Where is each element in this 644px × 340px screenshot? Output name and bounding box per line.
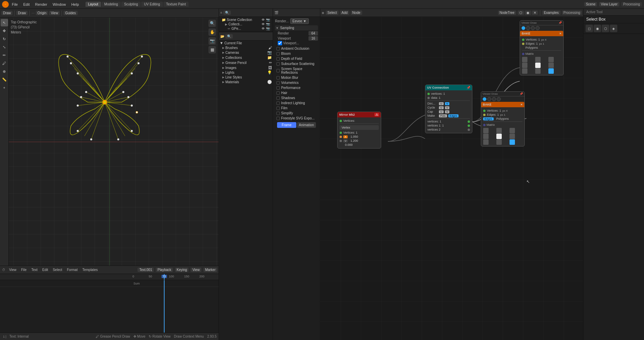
tl-edit[interactable]: Edit [41, 268, 50, 272]
uv-cap-u[interactable]: U [439, 110, 444, 113]
vd1-icon-eye[interactable] [521, 26, 525, 30]
viewport-samples-val[interactable]: 16 [308, 36, 318, 41]
tl-templates[interactable]: Templates [81, 268, 100, 272]
vd2-icon-eye[interactable] [482, 97, 487, 101]
hair-toggle[interactable] [276, 91, 280, 95]
guides-selector[interactable]: Guides [64, 11, 78, 15]
node-canvas[interactable]: Mirror Mk2 ⚠ Vertices: Vertex Vertices: … [320, 17, 583, 340]
effect-freestyle[interactable]: Freestyle SVG Expo... [275, 116, 318, 121]
tl-view[interactable]: View [7, 268, 18, 272]
nav-grid[interactable]: ▦ [208, 46, 216, 53]
effect-performance[interactable]: Performance [275, 85, 318, 90]
atp-icon-hex[interactable]: ⬡ [602, 25, 609, 32]
sampling-header[interactable]: ▼ Sampling [275, 25, 318, 30]
tl-object-name[interactable]: Text.001 [138, 268, 154, 272]
viewport-view[interactable]: View [49, 11, 60, 15]
tl-view-btn[interactable]: View [191, 268, 201, 272]
sss-toggle[interactable] [276, 62, 280, 66]
outliner-search[interactable]: 🔍 [223, 10, 231, 15]
tl-format[interactable]: Format [65, 268, 79, 272]
tool-transform[interactable]: ⊕ [1, 68, 8, 75]
sc-gpe-cam[interactable]: 📷 [266, 27, 270, 30]
vd2-icon-4[interactable] [497, 97, 501, 101]
file-cameras[interactable]: ▶ Cameras 📷 [219, 50, 273, 55]
view-layer-selector[interactable]: View Layer [599, 2, 619, 6]
vol-toggle[interactable] [276, 81, 280, 85]
tl-keying[interactable]: Keying [175, 268, 189, 272]
effect-ambient-occlusion[interactable]: Ambient Occlusion [275, 46, 318, 51]
vd2-icon-2[interactable] [487, 97, 491, 101]
ssr-toggle[interactable] [276, 69, 280, 72]
nav-camera[interactable]: 📷 [208, 37, 216, 45]
effect-motion-blur[interactable]: Motion Blur [275, 75, 318, 80]
menu-edit[interactable]: Edit [21, 2, 32, 7]
tl-text[interactable]: Text [30, 268, 39, 272]
nav-zoom[interactable]: 🔍 [208, 20, 216, 27]
render-samples-val[interactable]: 64 [308, 31, 318, 36]
uv-make-edges[interactable]: Edges [448, 114, 459, 117]
uv-make-pols[interactable]: Pols [439, 114, 447, 117]
viewer-draw-node-1[interactable]: Viewer Draw 📌 BAKE ✕ Vertices: 1 [520, 20, 564, 75]
tool-cursor[interactable]: ↖ [1, 19, 8, 26]
film-toggle[interactable] [276, 107, 280, 110]
node-toolbar-node[interactable]: Node [351, 10, 362, 15]
shading-selector[interactable] [31, 13, 35, 14]
tool-scale[interactable]: ⤡ [1, 43, 8, 51]
tool-annotate[interactable]: 🖊 [1, 60, 8, 67]
viewport-canvas[interactable]: ↖ ✥ ↻ ⤡ ✏ 🖊 ⊕ 📏 + Top Orthographic (73) … [0, 18, 219, 266]
nav-hand[interactable]: ✋ [208, 28, 216, 36]
tl-file[interactable]: File [20, 268, 28, 272]
vd2-close[interactable]: ✕ [520, 103, 523, 106]
sc-gpe-item[interactable]: ✏ GPe... 👁 📷 [221, 26, 271, 31]
sc-item-cam[interactable]: 📷 [266, 22, 270, 26]
node-examples-tab[interactable]: Examples [542, 10, 561, 15]
node-toolbar-add[interactable]: Add [340, 10, 349, 15]
shadows-toggle[interactable] [276, 96, 280, 100]
vd1-icon-2[interactable] [526, 26, 530, 30]
atp-icon-circle[interactable]: ◉ [594, 25, 601, 32]
ws-modeling[interactable]: Modeling [102, 2, 121, 7]
ws-texture[interactable]: Texture Paint [164, 2, 189, 7]
simplify-toggle[interactable] [276, 112, 280, 115]
atp-icon-lasso[interactable]: ◈ [610, 25, 617, 32]
tool-measure[interactable]: 📏 [1, 76, 8, 83]
effect-hair[interactable]: Hair [275, 90, 318, 95]
mode-selector[interactable]: Draw [1, 11, 13, 15]
mirror-vertex-mode[interactable]: Vertex [340, 125, 379, 130]
sc-gpe-eye[interactable]: 👁 [262, 27, 265, 30]
sc-header[interactable]: 📁 Scene Collection 👁 📷 [221, 18, 271, 22]
tl-select[interactable]: Select [51, 268, 64, 272]
scene-selector[interactable]: Scene [584, 2, 597, 6]
file-images[interactable]: ▶ Images 🖼 [219, 65, 273, 70]
context-menu-btn[interactable]: Draw Context Menu [174, 335, 204, 338]
ao-toggle[interactable] [276, 47, 280, 50]
node-toggle-1[interactable]: ⬡ [518, 10, 524, 15]
vd1-icon-4[interactable] [536, 26, 540, 30]
file-current[interactable]: ▼ Current File [219, 41, 273, 45]
render-engine-dropdown[interactable]: Eevee ▼ [290, 18, 309, 24]
uv-dirc-v[interactable]: V [445, 102, 449, 105]
tool-rotate[interactable]: ↻ [1, 35, 8, 43]
viewport-denoising-check[interactable] [278, 41, 282, 45]
file-linestyles[interactable]: ▶ Line Styles [219, 75, 273, 80]
mb-toggle[interactable] [276, 76, 280, 80]
mirror-mk2-node[interactable]: Mirror Mk2 ⚠ Vertices: Vertex Vertices: … [337, 112, 381, 149]
uv-dirc-u[interactable]: U [439, 102, 444, 105]
effect-simplify[interactable]: Simplify [275, 111, 318, 116]
vd1-close[interactable]: ✕ [559, 32, 562, 35]
sc-item-eye[interactable]: 👁 [262, 22, 265, 26]
il-toggle[interactable] [276, 101, 280, 105]
bloom-toggle[interactable] [276, 52, 280, 55]
sc-camera-icon[interactable]: 📷 [266, 18, 270, 22]
status-rotate[interactable]: ↻ Rotate View [149, 335, 171, 338]
vd2-icon-3[interactable] [492, 97, 496, 101]
animation-button[interactable]: Animation [297, 122, 316, 128]
ws-layout[interactable]: Layout [85, 2, 101, 7]
file-collections[interactable]: ▶ Collections 📁 [219, 55, 273, 60]
effect-shadows[interactable]: Shadows [275, 95, 318, 100]
effect-indirect-lighting[interactable]: Indirect Lighting [275, 100, 318, 106]
effect-ssr[interactable]: Screen Space Reflections [275, 66, 318, 75]
viewer-draw-node-2[interactable]: Viewer Draw 📌 BAKE ✕ Vertices: 1 [481, 91, 525, 146]
dof-toggle[interactable] [276, 57, 280, 61]
tool-draw[interactable]: ✏ [1, 51, 8, 59]
